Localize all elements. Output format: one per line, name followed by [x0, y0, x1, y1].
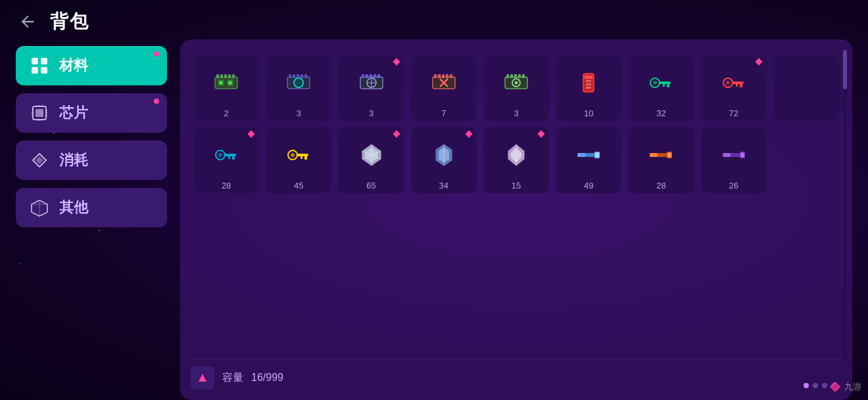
- item-cell-8[interactable]: 72: [701, 55, 767, 121]
- back-button[interactable]: [16, 10, 39, 33]
- item-count-16: 28: [656, 181, 665, 191]
- svg-rect-84: [232, 156, 235, 160]
- svg-rect-27: [220, 74, 223, 78]
- svg-rect-106: [596, 153, 598, 157]
- item-cell-14[interactable]: 15: [483, 127, 549, 193]
- item-count-3: 3: [369, 108, 374, 119]
- item-cell-6[interactable]: 10: [556, 55, 621, 121]
- svg-rect-67: [585, 76, 592, 79]
- item-cell-3[interactable]: 3: [338, 55, 404, 121]
- page-wrapper: 背包 材料: [0, 0, 868, 400]
- item-8-dot: [755, 58, 762, 65]
- svg-rect-37: [293, 74, 295, 78]
- sidebar-materials-label: 材料: [59, 56, 88, 76]
- svg-rect-74: [667, 84, 669, 87]
- item-count-15: 49: [584, 181, 593, 191]
- item-cell-16[interactable]: 28: [628, 127, 694, 193]
- svg-rect-90: [301, 156, 302, 159]
- item-cell-13[interactable]: 34: [411, 127, 477, 193]
- svg-rect-65: [522, 74, 525, 78]
- item-sprite-14: [496, 137, 536, 173]
- svg-rect-78: [732, 81, 744, 84]
- capacity-label: 容量: [222, 371, 243, 385]
- svg-rect-53: [434, 74, 437, 78]
- svg-rect-56: [446, 74, 448, 78]
- item-cell-1[interactable]: 2: [193, 55, 259, 121]
- svg-marker-19: [36, 156, 43, 164]
- svg-rect-39: [301, 74, 303, 78]
- sidebar-item-chips[interactable]: 芯片: [16, 93, 167, 133]
- item-sprite-3: [351, 64, 391, 100]
- svg-rect-112: [723, 153, 731, 157]
- filter-button[interactable]: [191, 366, 214, 389]
- sidebar-materials-dot: [154, 51, 159, 56]
- item-sprite-10: [206, 137, 246, 173]
- grid-icon: [29, 55, 50, 76]
- item-sprite-17: [714, 137, 754, 173]
- item-cell-5[interactable]: 3: [483, 55, 549, 121]
- item-count-17: 26: [729, 181, 738, 191]
- svg-rect-114: [741, 153, 744, 157]
- svg-rect-88: [297, 154, 308, 156]
- page-dot-3[interactable]: [822, 383, 827, 388]
- scrollbar-track: [843, 50, 847, 363]
- svg-rect-2: [32, 67, 38, 74]
- item-cell-12[interactable]: 65: [338, 127, 404, 193]
- svg-rect-46: [366, 74, 368, 78]
- item-count-10: 28: [222, 181, 231, 191]
- item-sprite-8: [714, 64, 754, 100]
- svg-rect-79: [740, 84, 742, 87]
- item-sprite-15: [569, 137, 608, 173]
- item-cell-17[interactable]: 26: [701, 127, 767, 193]
- item-cell-9[interactable]: [773, 55, 839, 121]
- page-dot-2[interactable]: [813, 383, 818, 388]
- item-sprite-2: [279, 64, 318, 100]
- svg-rect-36: [289, 74, 291, 78]
- item-10-dot: [248, 131, 255, 138]
- item-cell-2[interactable]: 3: [266, 55, 331, 121]
- item-13-dot: [465, 131, 472, 138]
- item-cell-4[interactable]: 7: [411, 55, 477, 121]
- svg-rect-70: [586, 87, 591, 89]
- svg-rect-49: [377, 74, 380, 78]
- item-cell-7[interactable]: 32: [628, 55, 694, 121]
- svg-point-72: [653, 81, 657, 85]
- page-title: 背包: [50, 9, 89, 34]
- svg-rect-61: [506, 74, 509, 78]
- item-sprite-4: [424, 64, 464, 100]
- item-12-dot: [393, 131, 400, 138]
- svg-point-31: [219, 81, 223, 85]
- page-dot-1[interactable]: [804, 383, 809, 388]
- sidebar: 材料: [16, 39, 167, 400]
- svg-rect-30: [232, 74, 235, 78]
- sidebar-others-label: 其他: [59, 198, 88, 217]
- item-sprite-6: [569, 64, 608, 100]
- svg-point-35: [296, 80, 301, 85]
- item-count-13: 34: [439, 181, 448, 191]
- item-count-11: 45: [294, 181, 303, 191]
- item-cell-10[interactable]: 28: [193, 127, 259, 193]
- svg-rect-40: [304, 74, 307, 78]
- item-count-6: 10: [584, 108, 593, 119]
- svg-rect-0: [32, 58, 38, 64]
- svg-rect-38: [297, 74, 299, 78]
- svg-rect-1: [41, 58, 47, 64]
- svg-rect-29: [228, 74, 231, 78]
- svg-rect-108: [650, 153, 658, 157]
- item-sprite-12: [351, 137, 391, 173]
- item-count-8: 72: [729, 108, 738, 119]
- sidebar-item-materials[interactable]: 材料: [16, 46, 167, 85]
- sidebar-item-consumables[interactable]: 消耗: [16, 141, 167, 180]
- item-sprite-1: [206, 64, 246, 100]
- sidebar-chips-label: 芯片: [59, 103, 88, 123]
- sidebar-item-others[interactable]: 其他: [16, 188, 167, 227]
- svg-rect-64: [518, 74, 521, 78]
- item-cell-15[interactable]: 49: [556, 127, 621, 193]
- svg-rect-89: [304, 156, 307, 160]
- item-count-4: 7: [441, 108, 446, 119]
- scrollbar-thumb[interactable]: [843, 50, 847, 89]
- svg-rect-73: [659, 81, 671, 84]
- svg-rect-83: [224, 154, 236, 156]
- item-count-7: 32: [656, 108, 665, 119]
- item-cell-11[interactable]: 45: [266, 127, 331, 193]
